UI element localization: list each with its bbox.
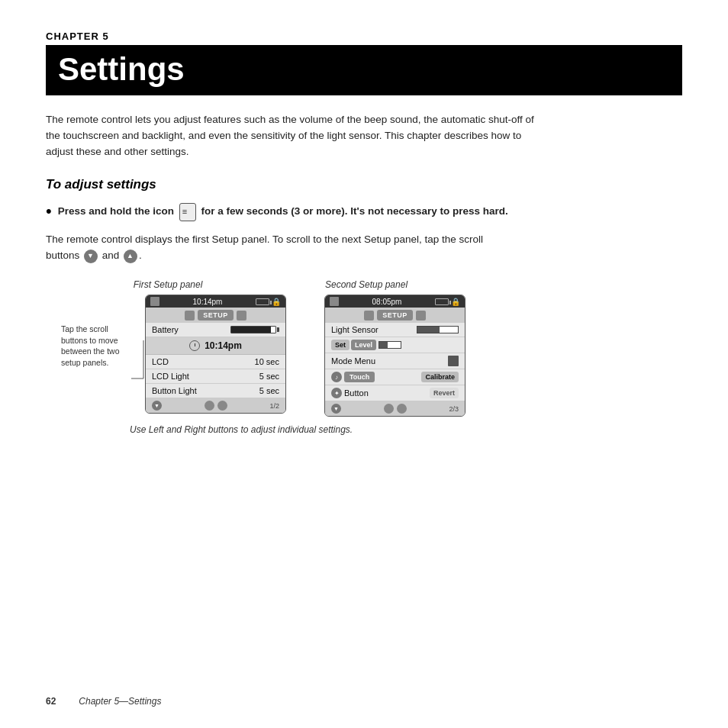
set-level-row: Set Level: [325, 337, 465, 353]
bullet-dot: •: [46, 201, 52, 221]
button-light-value: 5 sec: [259, 386, 279, 395]
light-sensor-row: Light Sensor: [325, 323, 465, 337]
time-row: 10:14pm: [146, 337, 285, 355]
bottom-icon3: [384, 404, 394, 414]
battery-tip: [277, 327, 279, 332]
time-value: 10:14pm: [205, 340, 242, 351]
second-panel-time: 08:05pm: [372, 298, 402, 306]
touch-button[interactable]: Touch: [344, 372, 375, 382]
lcd-light-value: 5 sec: [259, 372, 279, 381]
touch-calibrate-row: ♪ Touch Calibrate: [325, 369, 465, 385]
chapter-label: CHAPTER 5: [46, 31, 682, 42]
second-remote-panel: 08:05pm 🔒 SETUP Light Sensor: [324, 295, 465, 417]
lock-icon2: 🔒: [451, 298, 460, 306]
second-panel-bottombar: ▼ 2/3: [325, 401, 465, 416]
menu-icon-left2: [364, 311, 374, 321]
mode-menu-icon: [448, 356, 459, 366]
signal-icon2: [330, 297, 339, 306]
callout-line-svg: [130, 340, 145, 386]
set-button[interactable]: Set: [331, 340, 350, 350]
first-setup-row: SETUP: [146, 308, 285, 323]
first-panel-topright: 🔒: [256, 298, 281, 306]
setup-icon-inline: [179, 203, 196, 221]
revert-button[interactable]: Revert: [430, 388, 459, 398]
bullet-strong: Press and hold the icon for a few second…: [58, 205, 508, 217]
first-panel-topbar: 10:14pm 🔒: [146, 295, 285, 308]
level-bar-fill: [379, 342, 388, 348]
bottom-icon1: [205, 401, 214, 411]
lcd-value: 10 sec: [255, 357, 279, 366]
mode-menu-label: Mode Menu: [331, 356, 375, 366]
clock-icon: [189, 340, 200, 351]
panels-with-callout: Tap the scroll buttons to move between t…: [61, 295, 682, 417]
callout-text: Tap the scroll buttons to move between t…: [61, 324, 122, 369]
first-remote-panel: 10:14pm 🔒 SETUP Battery: [145, 295, 286, 414]
first-panel-time: 10:14pm: [193, 298, 223, 306]
callout-box: Tap the scroll buttons to move between t…: [61, 295, 130, 369]
second-panel-label: Second Setup panel: [290, 279, 443, 290]
chapter-title-bar: Settings: [46, 45, 682, 95]
chapter-title: Settings: [58, 51, 670, 88]
diagram-labels-row: First Setup panel Second Setup panel: [92, 279, 682, 290]
bottom-icons2: [384, 404, 407, 414]
set-level-group: Set Level: [331, 340, 401, 350]
button-icon: ✦: [331, 388, 342, 398]
bottom-icon2: [217, 401, 227, 411]
battery-row: Battery: [146, 323, 285, 337]
callout-connector: [130, 295, 145, 389]
second-page-indicator: 2/3: [449, 405, 459, 413]
footer-chapter: Chapter 5—Settings: [79, 696, 161, 707]
setup-button[interactable]: SETUP: [198, 310, 234, 321]
battery-icon-top2: [435, 298, 449, 305]
bullet-instruction: • Press and hold the icon for a few seco…: [46, 203, 682, 221]
footer-page: 62: [46, 696, 56, 707]
bullet-text: Press and hold the icon for a few second…: [58, 203, 508, 221]
scroll-down-icon[interactable]: ▼: [152, 401, 162, 411]
intro-text: The remote control lets you adjust featu…: [46, 112, 549, 160]
first-panel-topleft: [150, 297, 159, 306]
second-panel-topbar: 08:05pm 🔒: [325, 295, 465, 308]
signal-icon: [150, 297, 159, 306]
second-panel-topright: 🔒: [435, 298, 460, 306]
bottom-icons: [205, 401, 227, 411]
scroll-explanation: The remote control displays the first Se…: [46, 232, 504, 264]
menu-icon-left: [185, 311, 195, 321]
caption-text: Use Left and Right buttons to adjust ind…: [130, 424, 682, 435]
button-revert-row: ✦ Button Revert: [325, 385, 465, 401]
first-page-indicator: 1/2: [269, 402, 279, 410]
second-panel-topleft: [330, 297, 339, 306]
section-heading: To adjust settings: [46, 177, 682, 192]
lock-icon: 🔒: [272, 298, 281, 306]
lcd-light-label: LCD Light: [152, 372, 189, 381]
scroll-down-icon2[interactable]: ▼: [331, 404, 341, 414]
page-container: CHAPTER 5 Settings The remote control le…: [0, 0, 728, 481]
calibrate-button[interactable]: Calibrate: [421, 372, 459, 382]
battery-bar-inner: [230, 326, 276, 333]
lcd-label: LCD: [152, 357, 169, 366]
bottom-icon4: [397, 404, 407, 414]
battery-icon-top: [256, 298, 269, 305]
first-panel-bottombar: ▼ 1/2: [146, 398, 285, 413]
level-button[interactable]: Level: [351, 340, 376, 350]
battery-bar: [230, 326, 279, 333]
menu-icon-right2: [416, 311, 426, 321]
scroll-down-btn-inline: [84, 250, 98, 263]
light-sensor-label: Light Sensor: [331, 325, 378, 334]
lcd-row: LCD 10 sec: [146, 355, 285, 369]
button-group: ✦ Button: [331, 388, 369, 398]
level-bar: [378, 341, 401, 349]
mode-menu-row: Mode Menu: [325, 353, 465, 369]
button-light-label: Button Light: [152, 386, 197, 395]
light-bar: [417, 326, 459, 333]
light-bar-fill: [417, 327, 440, 333]
battery-bar-fill: [231, 327, 271, 333]
setup-button2[interactable]: SETUP: [377, 310, 413, 321]
touch-group: ♪ Touch: [331, 372, 375, 382]
battery-label: Battery: [152, 325, 179, 334]
footer: 62 Chapter 5—Settings: [46, 696, 161, 707]
sound-icon: ♪: [331, 372, 342, 382]
first-panel-label: First Setup panel: [92, 279, 244, 290]
second-setup-row: SETUP: [325, 308, 465, 323]
scroll-up-btn-inline: [124, 250, 137, 263]
button-light-row: Button Light 5 sec: [146, 384, 285, 398]
